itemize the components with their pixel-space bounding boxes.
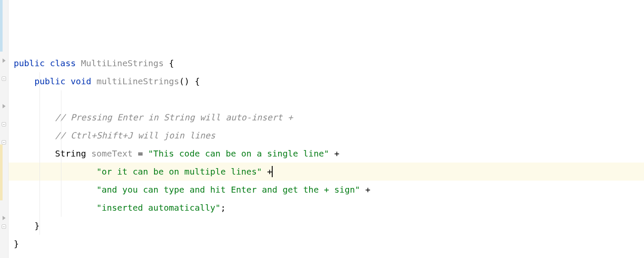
indent-guide [39,108,40,126]
indent-guide [61,144,61,163]
code-line[interactable]: "or it can be on multiple lines" + [9,163,644,181]
fold-icon[interactable] [1,139,7,145]
indent-guide [61,108,61,126]
run-marker-icon[interactable] [1,215,7,221]
code-line[interactable] [9,90,644,108]
indent-guide [61,126,61,144]
code-text: "and you can type and hit Enter and get … [14,184,371,195]
editor-gutter[interactable] [0,0,9,258]
code-text: String someText = "This code can be on a… [14,148,340,159]
fold-icon[interactable] [1,121,7,127]
change-marker-added [0,0,3,52]
code-text: "or it can be on multiple lines" + [14,166,273,177]
indent-guide [61,90,61,108]
code-text: // Ctrl+Shift+J will join lines [14,130,216,141]
indent-guide [61,199,61,217]
indent-guide [39,199,40,217]
code-text: } [14,239,19,249]
indent-guide [39,90,40,108]
code-line[interactable]: // Pressing Enter in String will auto-in… [9,108,644,126]
code-line[interactable]: public void multiLineStrings() { [9,72,644,90]
indent-guide [39,144,40,163]
fold-icon[interactable] [1,76,7,82]
indent-guide [39,163,40,181]
code-line[interactable]: // Ctrl+Shift+J will join lines [9,126,644,144]
code-text: } [14,221,39,231]
indent-guide [39,217,40,235]
code-editor[interactable]: public class MultiLineStrings { public v… [9,0,644,258]
code-text: // Pressing Enter in String will auto-in… [14,112,293,123]
code-line[interactable] [9,0,644,18]
indent-guide [39,126,40,144]
indent-guide [39,181,40,199]
text-caret [272,166,273,177]
indent-guide [61,163,61,181]
run-marker-icon[interactable] [1,58,7,64]
code-text: "inserted automatically"; [14,203,226,213]
code-line[interactable]: String someText = "This code can be on a… [9,144,644,163]
code-line[interactable]: } [9,235,644,253]
indent-guide [39,72,40,90]
run-marker-icon[interactable] [1,103,7,109]
code-text: public class MultiLineStrings { [14,58,174,68]
code-line[interactable]: } [9,217,644,235]
code-text: public void multiLineStrings() { [14,76,200,86]
code-line[interactable] [9,36,644,54]
code-line[interactable]: "and you can type and hit Enter and get … [9,181,644,199]
code-line[interactable]: public class MultiLineStrings { [9,54,644,72]
indent-guide [61,181,61,199]
change-marker-modified [0,144,3,200]
code-line[interactable]: "inserted automatically"; [9,199,644,217]
fold-icon[interactable] [1,224,7,230]
code-line[interactable] [9,18,644,36]
